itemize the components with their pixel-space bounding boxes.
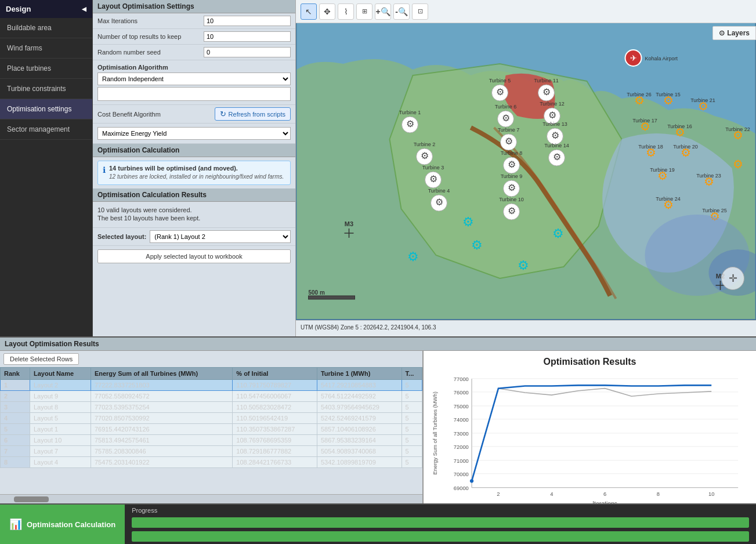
svg-text:⚙: ⚙ bbox=[508, 159, 516, 169]
table-row[interactable]: 8 Layout 4 75475.2031401922 108.28442176… bbox=[1, 457, 422, 468]
table-row[interactable]: 4 Layout 5 77020.8507530992 110.50196542… bbox=[1, 413, 422, 424]
table-row[interactable]: 7 Layout 7 75785.208300846 108.729186777… bbox=[1, 446, 422, 457]
cell-rank: 6 bbox=[1, 435, 30, 446]
chart-section: Optimisation Results Energy Sum of all T… bbox=[424, 351, 756, 503]
sidebar: Design ◀ Buildable area Wind farms Place… bbox=[0, 0, 93, 336]
svg-text:Turbine 20: Turbine 20 bbox=[673, 144, 698, 150]
algo-extra-input[interactable] bbox=[97, 87, 291, 101]
sidebar-item-label: Optimisation settings bbox=[7, 105, 71, 113]
svg-text:Turbine 18: Turbine 18 bbox=[638, 144, 663, 150]
sidebar-item-place-turbines[interactable]: Place turbines bbox=[0, 59, 92, 79]
cell-extra: 5 bbox=[401, 457, 422, 468]
sidebar-item-turbine-constraints[interactable]: Turbine constraints bbox=[0, 79, 92, 99]
progress-fill-2 bbox=[132, 531, 749, 542]
svg-text:Turbine 8: Turbine 8 bbox=[501, 150, 523, 156]
cell-rank: 4 bbox=[1, 413, 30, 424]
sidebar-item-wind-farms[interactable]: Wind farms bbox=[0, 38, 92, 59]
table-wrapper[interactable]: Rank Layout Name Energy Sum of all Turbi… bbox=[0, 367, 422, 494]
sidebar-item-buildable-area[interactable]: Buildable area bbox=[0, 18, 92, 38]
zoom-out-button[interactable]: -🔍 bbox=[393, 3, 410, 20]
svg-text:⚙: ⚙ bbox=[421, 151, 429, 161]
sidebar-collapse-icon[interactable]: ◀ bbox=[82, 6, 86, 12]
svg-text:Turbine 14: Turbine 14 bbox=[544, 143, 569, 148]
max-iterations-input[interactable] bbox=[204, 16, 291, 26]
svg-text:77000: 77000 bbox=[454, 376, 469, 382]
results-table: Rank Layout Name Energy Sum of all Turbi… bbox=[0, 367, 422, 468]
svg-text:75000: 75000 bbox=[454, 403, 469, 409]
map-canvas[interactable]: ⚙ Turbine 1 ⚙ Turbine 2 ⚙ Turbine 3 bbox=[296, 23, 756, 319]
optimisation-calc-button[interactable]: 📊 Optimisation Calculation bbox=[0, 505, 125, 544]
refresh-scripts-button[interactable]: ↻ Refresh from scripts bbox=[215, 107, 291, 121]
measure-tool-button[interactable]: ⌇ bbox=[338, 3, 354, 20]
table-row[interactable]: 5 Layout 1 76915.4420743126 110.35073538… bbox=[1, 424, 422, 435]
selected-layout-select[interactable]: (Rank 1) Layout 2 (Rank 2) Layout 9 (Ran… bbox=[150, 230, 291, 243]
svg-text:Turbine 15: Turbine 15 bbox=[656, 92, 681, 97]
svg-text:69000: 69000 bbox=[454, 485, 469, 491]
svg-text:⚙: ⚙ bbox=[518, 258, 529, 273]
svg-text:10: 10 bbox=[708, 491, 714, 497]
svg-text:Turbine 21: Turbine 21 bbox=[690, 97, 715, 103]
svg-text:Turbine 12: Turbine 12 bbox=[540, 101, 565, 107]
cell-energy: 77023.5395375254 bbox=[91, 402, 232, 413]
sidebar-item-label: Wind farms bbox=[7, 44, 42, 52]
svg-text:Turbine 2: Turbine 2 bbox=[414, 142, 436, 147]
cell-energy: 77020.8507530992 bbox=[91, 413, 232, 424]
svg-text:Kohala Airport: Kohala Airport bbox=[645, 56, 678, 61]
svg-text:76000: 76000 bbox=[454, 389, 469, 396]
zoom-area-button[interactable]: ⊞ bbox=[356, 3, 372, 20]
svg-text:Turbine 5: Turbine 5 bbox=[489, 78, 511, 84]
sidebar-item-optimisation-settings[interactable]: Optimisation settings bbox=[0, 99, 92, 119]
results-section-title: Optimisation Calculation Results bbox=[93, 188, 295, 202]
cell-energy: 75813.4942575461 bbox=[91, 435, 232, 446]
algo-section: Optimisation Algorithm Random Independen… bbox=[93, 60, 295, 105]
delete-rows-button[interactable]: Delete Selected Rows bbox=[3, 353, 79, 365]
table-row[interactable]: 6 Layout 10 75813.4942575461 108.7697686… bbox=[1, 435, 422, 446]
svg-text:⚙: ⚙ bbox=[505, 136, 513, 146]
svg-text:Turbine 9: Turbine 9 bbox=[501, 173, 523, 179]
apply-layout-button[interactable]: Apply selected layout to workbook bbox=[97, 249, 291, 263]
sidebar-header[interactable]: Design ◀ bbox=[0, 0, 92, 18]
layers-panel[interactable]: ⊙ Layers bbox=[712, 26, 756, 40]
map-nav-control[interactable]: ✛ bbox=[721, 267, 744, 290]
table-row[interactable]: 1 Layout 2 77222.8337251803 110.79175078… bbox=[1, 380, 422, 391]
svg-text:Turbine 7: Turbine 7 bbox=[498, 127, 520, 133]
zoom-in-button[interactable]: +🔍 bbox=[375, 3, 391, 20]
svg-text:71000: 71000 bbox=[454, 458, 469, 464]
cell-t1: 5342.10899819709 bbox=[317, 457, 401, 468]
refresh-icon: ↻ bbox=[220, 110, 226, 118]
svg-text:M3: M3 bbox=[345, 220, 353, 227]
table-row[interactable]: 2 Layout 9 77052.5580924572 110.54745600… bbox=[1, 391, 422, 402]
sidebar-item-sector-management[interactable]: Sector management bbox=[0, 119, 92, 140]
scrollbar-thumb[interactable] bbox=[14, 496, 49, 502]
pan-tool-button[interactable]: ✥ bbox=[319, 3, 335, 20]
svg-text:⚙: ⚙ bbox=[508, 183, 516, 193]
table-row[interactable]: 3 Layout 8 77023.5395375254 110.50582302… bbox=[1, 402, 422, 413]
algo-select[interactable]: Random Independent Genetic Algorithm Sim… bbox=[97, 72, 291, 85]
col-pct: % of Initial bbox=[233, 368, 317, 380]
cell-pct: 108.284421766733 bbox=[233, 457, 317, 468]
map-svg: ⚙ Turbine 1 ⚙ Turbine 2 ⚙ Turbine 3 bbox=[296, 23, 756, 319]
svg-text:Turbine 25: Turbine 25 bbox=[702, 208, 727, 213]
max-iterations-label: Max Iterations bbox=[97, 17, 204, 24]
sidebar-item-label: Buildable area bbox=[7, 24, 52, 32]
svg-text:Turbine 16: Turbine 16 bbox=[667, 124, 692, 129]
zoom-fit-button[interactable]: ⊡ bbox=[412, 3, 428, 20]
cursor-tool-button[interactable]: ↖ bbox=[301, 3, 317, 20]
col-t1: Turbine 1 (MWh) bbox=[317, 368, 401, 380]
table-section: Delete Selected Rows Rank Layout Name En… bbox=[0, 351, 424, 503]
valid-layouts-text: 10 valid layouts were considered. bbox=[97, 206, 291, 213]
cell-pct: 110.50196542419 bbox=[233, 413, 317, 424]
info-box: ℹ 14 turbines will be optimised (and mov… bbox=[97, 161, 291, 185]
top-results-input[interactable] bbox=[204, 31, 291, 42]
calc-icon: 📊 bbox=[9, 518, 22, 531]
col-name: Layout Name bbox=[30, 368, 91, 380]
cell-t1: 5403.979564945629 bbox=[317, 402, 401, 413]
svg-text:⚙: ⚙ bbox=[502, 113, 510, 123]
algo-label: Optimisation Algorithm bbox=[97, 64, 291, 71]
cost-benefit-select[interactable]: Maximize Energy Yield Minimize Cost Cust… bbox=[97, 127, 291, 140]
cell-energy: 75475.2031401922 bbox=[91, 457, 232, 468]
col-energy: Energy Sum of all Turbines (MWh) bbox=[91, 368, 232, 380]
layers-collapse-icon: ⊙ bbox=[719, 29, 725, 37]
random-seed-input[interactable] bbox=[204, 47, 291, 57]
cell-extra: 5 bbox=[401, 446, 422, 457]
